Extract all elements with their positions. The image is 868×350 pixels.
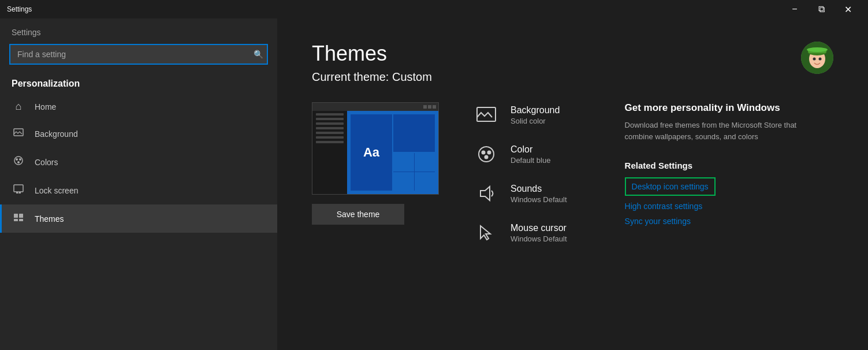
right-panel: Get more personality in Windows Download…: [602, 102, 798, 232]
mockup-line-6: [316, 136, 344, 139]
theme-options: Background Solid color: [474, 102, 567, 245]
svg-rect-5: [14, 185, 23, 192]
sidebar-app-title: Settings: [0, 18, 277, 44]
background-option-icon: [474, 102, 499, 128]
sidebar-item-lock-screen-label: Lock screen: [35, 186, 78, 195]
content-header: Themes Current theme: Custom: [312, 42, 833, 102]
search-input[interactable]: [9, 44, 268, 65]
color-option-value: Default blue: [511, 156, 550, 165]
mockup-topbar: [312, 103, 438, 111]
sidebar-item-colors[interactable]: Colors: [0, 148, 277, 176]
app-body: Settings 🔍 Personalization ⌂ Home Backgr…: [0, 18, 868, 350]
sidebar: Settings 🔍 Personalization ⌂ Home Backgr…: [0, 18, 277, 350]
color-option-text: Color Default blue: [511, 144, 550, 165]
theme-preview: Aa Save theme: [312, 102, 439, 225]
close-button[interactable]: ✕: [835, 0, 861, 18]
background-icon: [12, 126, 25, 141]
background-option-name: Background: [511, 105, 560, 116]
mouse-cursor-option-text: Mouse cursor Windows Default: [511, 223, 567, 243]
theme-option-color[interactable]: Color Default blue: [474, 142, 567, 167]
svg-point-20: [479, 147, 494, 162]
color-option-name: Color: [511, 144, 550, 155]
mockup-tile-tl: [393, 114, 435, 152]
personality-desc: Download free themes from the Microsoft …: [625, 120, 798, 142]
mockup-sidebar: [312, 111, 347, 194]
theme-option-sounds[interactable]: Sounds Windows Default: [474, 181, 567, 206]
header-text-area: Themes Current theme: Custom: [312, 42, 432, 102]
mockup-tiles: Aa: [347, 111, 438, 194]
background-option-value: Solid color: [511, 117, 560, 125]
sub-tile-2: [415, 153, 435, 172]
theme-option-mouse-cursor[interactable]: Mouse cursor Windows Default: [474, 220, 567, 245]
home-icon: ⌂: [12, 100, 25, 113]
svg-point-3: [19, 158, 21, 161]
svg-rect-11: [19, 219, 23, 221]
mockup-line-3: [316, 122, 344, 125]
page-title: Themes: [312, 42, 432, 66]
high-contrast-settings-link[interactable]: High contrast settings: [625, 202, 798, 211]
svg-rect-9: [19, 214, 23, 218]
color-option-icon: [474, 142, 499, 167]
svg-point-4: [17, 161, 20, 163]
sync-settings-link[interactable]: Sync your settings: [625, 217, 798, 226]
avatar: [801, 42, 833, 74]
mockup-dot-2: [428, 105, 431, 109]
sidebar-item-themes-label: Themes: [35, 214, 64, 224]
svg-point-23: [485, 155, 489, 159]
mockup-line-5: [316, 132, 344, 134]
search-icon-button[interactable]: 🔍: [254, 50, 263, 59]
search-container: 🔍: [9, 44, 268, 65]
sidebar-item-colors-label: Colors: [35, 158, 58, 167]
mockup-tile-main: Aa: [351, 114, 392, 191]
svg-point-2: [16, 158, 18, 161]
mockup-dot-3: [433, 105, 436, 109]
desktop-icon-settings-link[interactable]: Desktop icon settings: [625, 177, 716, 196]
app-title: Settings: [7, 5, 32, 13]
sidebar-item-lock-screen[interactable]: Lock screen: [0, 176, 277, 204]
svg-rect-8: [14, 214, 18, 218]
mockup-line-2: [316, 118, 344, 120]
svg-marker-25: [480, 226, 490, 240]
sidebar-item-background-label: Background: [35, 129, 78, 139]
svg-point-18: [807, 47, 828, 52]
maximize-button[interactable]: ⧉: [808, 0, 835, 18]
mockup-line-7: [316, 141, 344, 143]
theme-area: Aa Save theme: [312, 102, 833, 245]
window-controls: − ⧉ ✕: [781, 0, 861, 18]
sidebar-item-background[interactable]: Background: [0, 120, 277, 148]
svg-point-22: [487, 151, 491, 155]
theme-option-background[interactable]: Background Solid color: [474, 102, 567, 128]
sidebar-section-label: Personalization: [0, 74, 277, 94]
mouse-cursor-option-icon: [474, 220, 499, 245]
sub-tile-4: [415, 172, 435, 191]
sub-tile-1: [393, 153, 414, 172]
mockup-line-1: [316, 113, 344, 116]
sounds-option-name: Sounds: [511, 184, 567, 194]
mockup-tile-br: [393, 153, 435, 191]
main-content: Themes Current theme: Custom: [277, 18, 868, 350]
related-settings-title: Related Settings: [625, 161, 798, 170]
svg-point-16: [813, 58, 816, 61]
mockup-body: Aa: [312, 111, 438, 194]
sidebar-item-home[interactable]: ⌂ Home: [0, 94, 277, 120]
save-theme-button[interactable]: Save theme: [312, 204, 404, 225]
svg-point-17: [819, 58, 822, 61]
current-theme-label: Current theme: Custom: [312, 70, 432, 84]
title-bar: Settings − ⧉ ✕: [0, 0, 868, 18]
lock-screen-icon: [12, 183, 25, 198]
sounds-option-value: Windows Default: [511, 195, 567, 204]
mockup-dot-1: [423, 105, 427, 109]
minimize-button[interactable]: −: [781, 0, 808, 18]
mockup-line-4: [316, 127, 344, 129]
background-option-text: Background Solid color: [511, 105, 560, 125]
mouse-cursor-option-name: Mouse cursor: [511, 223, 567, 233]
avatar-area: [801, 42, 833, 74]
sidebar-item-themes[interactable]: Themes: [0, 204, 277, 233]
sub-tile-3: [393, 172, 414, 191]
colors-icon: [12, 155, 25, 169]
personality-title: Get more personality in Windows: [625, 102, 798, 114]
mouse-cursor-option-value: Windows Default: [511, 234, 567, 243]
preview-mockup: Aa: [312, 102, 439, 195]
sidebar-item-home-label: Home: [35, 102, 56, 111]
themes-icon: [12, 211, 25, 226]
